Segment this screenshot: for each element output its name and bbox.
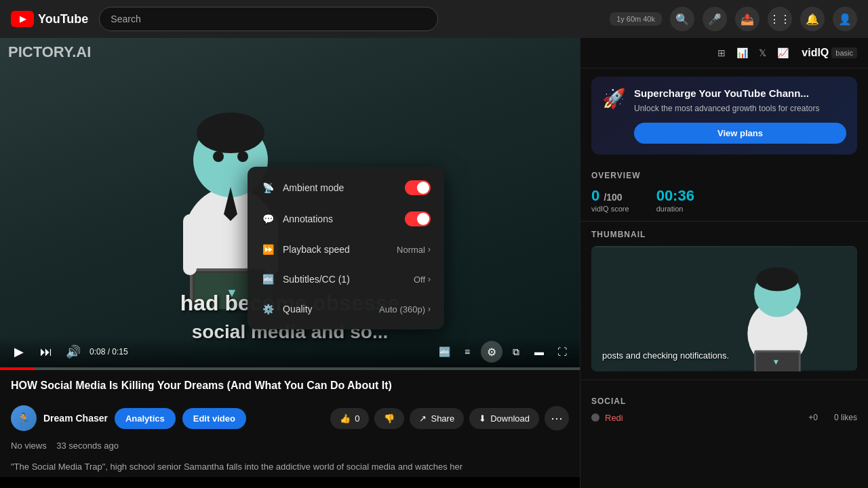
channel-name[interactable]: Dream Chaser [43,413,108,424]
view-plans-button[interactable]: View plans [634,123,846,144]
bar-chart-icon[interactable]: 📊 [734,45,750,61]
yt-logo-text: YouTube [38,12,88,26]
quality-icon: ⚙️ [261,302,275,316]
dislike-button[interactable]: 👎 [374,408,404,429]
like-button[interactable]: 👍 0 [330,408,369,429]
upload-icon-btn[interactable]: 📤 [735,7,760,31]
annotations-icon: 💬 [261,212,275,226]
quality-label: Quality [283,304,371,314]
view-icons: ⊞ 📊 𝕏 📈 [713,45,791,61]
youtube-logo[interactable]: YouTube [11,11,88,27]
search-bar[interactable]: Search [99,7,438,31]
svg-point-3 [213,151,224,162]
vidiq-header: ⊞ 📊 𝕏 📈 vidIQ basic [580,38,868,68]
main-layout: PICTORY.AI [0,38,868,488]
promo-title: Supercharge Your YouTube Chann... [634,87,846,99]
video-progress-bar[interactable] [0,367,580,370]
video-title: HOW Social Media Is Killing Your Dreams … [11,378,569,393]
vidiq-badge: basic [831,47,857,58]
analytics-button[interactable]: Analytics [115,408,176,429]
share-button[interactable]: ↗ Share [410,408,464,429]
settings-playback-speed[interactable]: ⏩ Playback speed Normal › [248,235,444,264]
twitter-icon[interactable]: 𝕏 [754,45,770,61]
reddit-count: +0 [808,413,818,422]
overview-title: OVERVIEW [591,171,857,180]
like-icon: 👍 [340,413,351,424]
trend-icon[interactable]: 📈 [774,45,791,61]
captions-button[interactable]: 🔤 [435,342,454,361]
stats-text: 1y 60m 40k [616,15,655,23]
social-section: SOCIAL Redi +0 0 likes [580,388,868,428]
bell-icon-btn[interactable]: 🔔 [800,7,825,31]
ambient-label: Ambient mode [283,182,397,193]
svg-point-4 [237,151,248,162]
yt-icon [11,11,34,27]
next-button[interactable]: ⏭ [35,341,57,363]
playback-label: Playback speed [283,244,389,255]
video-player[interactable]: PICTORY.AI [0,38,580,370]
subtitles-value: Off › [414,274,431,285]
promo-subtitle: Unlock the most advanced growth tools fo… [634,103,846,115]
share-label: Share [431,413,454,424]
like-count: 0 [355,413,359,424]
mic-icon-btn[interactable]: 🎤 [703,7,727,31]
promo-content: Supercharge Your YouTube Chann... Unlock… [634,87,846,144]
settings-subtitles[interactable]: 🔤 Subtitles/CC (1) Off › [248,264,444,294]
reddit-dot [591,413,599,422]
playback-chevron: › [428,245,431,254]
divider-2 [580,380,868,380]
subtitles-icon: 🔤 [261,272,275,286]
account-icon-btn[interactable]: 👤 [833,7,857,31]
divider-1 [580,221,868,222]
annotations-label: Annotations [283,214,397,224]
thumb-text: posts and checking notifications. [602,350,846,361]
likes-count: 0 likes [834,413,857,422]
svg-point-16 [756,267,799,291]
volume-button[interactable]: 🔊 [62,341,84,363]
nav-icons: 1y 60m 40k 🔍 🎤 📤 ⋮⋮ 🔔 👤 [610,7,857,31]
subtitles-chevron: › [428,274,431,284]
apps-icon-btn[interactable]: ⋮⋮ [768,7,792,31]
pictory-watermark: PICTORY.AI [8,43,91,61]
channel-avatar[interactable]: 🏃 [11,405,37,431]
edit-video-button[interactable]: Edit video [182,408,246,429]
vidiq-brand: vidIQ basic [802,47,857,59]
miniplayer-button[interactable]: ⧉ [507,342,526,361]
video-stats: No views 33 seconds ago [11,436,569,451]
action-buttons: 👍 0 👎 ↗ Share ⬇ Download ⋯ [330,406,569,430]
settings-annotations[interactable]: 💬 Annotations [248,203,444,235]
download-label: Download [490,413,530,424]
chapters-button[interactable]: ≡ [458,342,477,361]
video-content: PICTORY.AI [0,38,580,370]
right-panel: ⊞ 📊 𝕏 📈 vidIQ basic 🚀 Supercharge Your Y… [580,38,868,488]
duration-value: 00:36 [656,187,694,205]
search-placeholder: Search [111,14,140,24]
view-count: No views [11,441,47,451]
progress-fill [0,367,35,370]
ambient-toggle[interactable] [405,180,431,195]
stats-badge: 1y 60m 40k [610,12,662,26]
play-button[interactable]: ▶ [8,341,30,363]
share-icon: ↗ [419,413,427,424]
annotations-toggle[interactable] [405,211,431,226]
fullscreen-button[interactable]: ⛶ [553,342,572,361]
settings-ambient-mode[interactable]: 📡 Ambient mode [248,172,444,203]
more-options-button[interactable]: ⋯ [545,406,569,430]
vidiq-score-label: vidIQ score [591,205,629,213]
duration-label: duration [656,205,694,213]
subtitles-label: Subtitles/CC (1) [283,274,406,285]
description-text: "The Social Media Trap", high school sen… [11,462,462,472]
theater-button[interactable]: ▬ [530,342,549,361]
time-display: 0:08 / 0:15 [90,347,128,357]
grid-view-icon[interactable]: ⊞ [713,45,730,61]
settings-button[interactable]: ⚙ [481,341,502,363]
player-controls: ▶ ⏭ 🔊 0:08 / 0:15 🔤 ≡ ⚙ ⧉ ▬ ⛶ [0,336,580,367]
thumbnail-preview: ▼ posts and checking notifications. [591,246,857,371]
download-button[interactable]: ⬇ Download [469,408,539,429]
ambient-icon: 📡 [261,181,275,195]
channel-row: 🏃 Dream Chaser Analytics Edit video 👍 0 … [11,400,569,436]
overview-section: OVERVIEW 0 /100 vidIQ score 00:36 durati… [580,163,868,213]
search-icon-btn[interactable]: 🔍 [670,7,694,31]
settings-quality[interactable]: ⚙️ Quality Auto (360p) › [248,294,444,324]
video-section: PICTORY.AI [0,38,580,488]
